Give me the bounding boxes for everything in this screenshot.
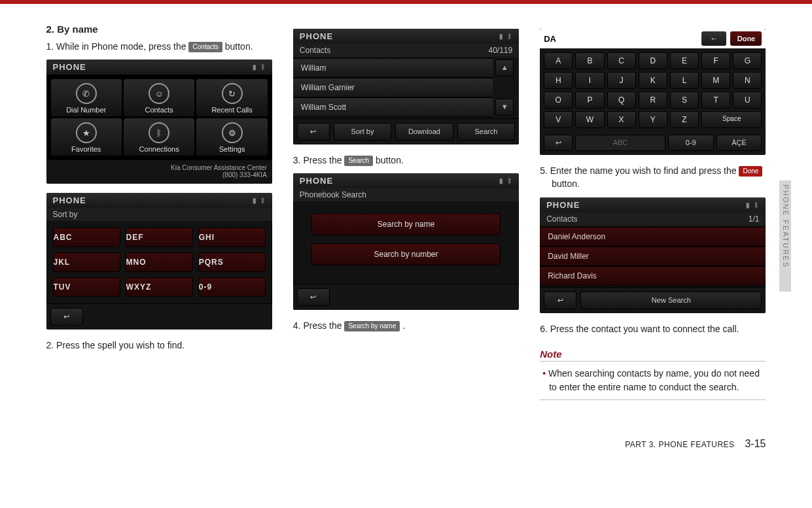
bt-icon: ᛒ xyxy=(508,33,512,40)
back-button[interactable]: ↩ xyxy=(297,123,330,141)
key-y[interactable]: Y xyxy=(639,111,667,128)
key-e[interactable]: E xyxy=(670,52,699,69)
back-button[interactable]: ↩ xyxy=(50,308,83,326)
contact-row[interactable]: William Scott xyxy=(293,97,493,117)
done-pill: Done xyxy=(739,166,762,177)
key-ghi[interactable]: GHI xyxy=(198,228,266,247)
key-b[interactable]: B xyxy=(575,52,604,69)
key-z[interactable]: Z xyxy=(670,111,699,128)
key-t[interactable]: T xyxy=(701,92,730,109)
step-5: 5. Enter the name you wish to find and p… xyxy=(540,164,766,191)
key-j[interactable]: J xyxy=(607,72,636,89)
page-footer: PART 3. PHONE FEATURES 3-15 xyxy=(46,438,766,450)
key-u[interactable]: U xyxy=(733,92,762,109)
key-abc[interactable]: ABC xyxy=(53,228,120,247)
phone-title: PHONE xyxy=(300,31,333,41)
footer-page-number: 3-15 xyxy=(745,438,766,449)
pb-search-subtitle: Phonebook Search xyxy=(300,190,366,199)
contact-row[interactable]: William Garnier xyxy=(293,78,493,97)
key-a[interactable]: A xyxy=(544,52,573,69)
key-d[interactable]: D xyxy=(639,52,667,69)
phone-title: PHONE xyxy=(53,62,86,72)
key-n[interactable]: N xyxy=(733,72,762,89)
search-by-name-button[interactable]: Search by name xyxy=(311,213,501,235)
menu-label: Dial Number xyxy=(66,106,106,114)
download-button[interactable]: Download xyxy=(395,123,453,141)
phone-title: PHONE xyxy=(546,200,580,210)
bt-icon: ᛒ xyxy=(508,177,512,184)
key-l[interactable]: L xyxy=(670,72,699,89)
key-f[interactable]: F xyxy=(701,52,730,69)
search-input-value[interactable]: DA xyxy=(544,34,697,44)
key-tuv[interactable]: TUV xyxy=(53,277,120,297)
result-row[interactable]: David Miller xyxy=(540,246,766,266)
result-row[interactable]: Daniel Anderson xyxy=(540,227,766,246)
back-button[interactable]: ↩ xyxy=(297,288,330,306)
key-wxyz[interactable]: WXYZ xyxy=(126,277,193,297)
back-button[interactable]: ↩ xyxy=(544,292,576,309)
sortby-button[interactable]: Sort by xyxy=(334,123,391,141)
bt-icon: ᛒ xyxy=(261,197,266,204)
key-o[interactable]: O xyxy=(544,92,573,109)
step-3-text-b: button. xyxy=(376,155,404,165)
mode-abc-button[interactable]: ABC xyxy=(575,135,665,151)
mode-0-9-button[interactable]: 0-9 xyxy=(668,135,714,151)
back-button[interactable]: ↩ xyxy=(544,135,573,151)
key-m[interactable]: M xyxy=(701,72,730,89)
contact-row[interactable]: William xyxy=(293,58,493,78)
sortby-subtitle: Sort by xyxy=(53,210,78,219)
key-h[interactable]: H xyxy=(544,72,573,89)
key-jkl[interactable]: JKL xyxy=(53,252,120,272)
key-g[interactable]: G xyxy=(733,52,762,69)
phone-icon: ✆ xyxy=(76,83,97,104)
status-icons: ▮ ᛒ xyxy=(253,197,266,204)
scroll-down-button[interactable]: ▼ xyxy=(495,99,514,116)
section-heading: 2. By name xyxy=(46,24,272,35)
step-3: 3. Press the Search button. xyxy=(293,154,519,167)
step-4-text-a: 4. Press the xyxy=(293,320,345,331)
mode-accent-button[interactable]: ÀÇÈ xyxy=(716,135,762,151)
key-x[interactable]: X xyxy=(607,111,636,128)
step-4-text-b: . xyxy=(402,320,405,331)
menu-recent-calls[interactable]: ↻Recent Calls xyxy=(196,78,268,117)
key-k[interactable]: K xyxy=(639,72,667,89)
done-button[interactable]: Done xyxy=(730,31,762,46)
results-subtitle: Contacts xyxy=(546,214,577,224)
bt-icon: ᛒ xyxy=(261,63,266,71)
key-w[interactable]: W xyxy=(575,111,604,128)
scroll-up-button[interactable]: ▲ xyxy=(495,59,514,76)
key-pqrs[interactable]: PQRS xyxy=(198,252,266,272)
signal-icon: ▮ xyxy=(746,201,750,209)
key-def[interactable]: DEF xyxy=(126,228,193,247)
key-i[interactable]: I xyxy=(575,72,604,89)
search-by-number-button[interactable]: Search by number xyxy=(311,243,501,265)
menu-settings[interactable]: ⚙Settings xyxy=(196,118,268,156)
key-mno[interactable]: MNO xyxy=(126,252,193,272)
contacts-pill: Contacts xyxy=(188,42,222,52)
key-c[interactable]: C xyxy=(607,52,636,69)
menu-contacts[interactable]: ☺Contacts xyxy=(123,78,195,117)
column-2: PHONE ▮ ᛒ Contacts 40/119 William Willia… xyxy=(293,24,519,405)
search-button[interactable]: Search xyxy=(457,123,515,141)
result-row[interactable]: Richard Davis xyxy=(540,266,766,286)
assist-line-2: (800) 333-4KIA xyxy=(52,171,267,178)
key-q[interactable]: Q xyxy=(607,92,636,109)
menu-label: Connections xyxy=(139,145,179,153)
key-r[interactable]: R xyxy=(639,92,667,109)
key-s[interactable]: S xyxy=(670,92,699,109)
bluetooth-icon: ᛒ xyxy=(149,122,169,143)
key-v[interactable]: V xyxy=(544,111,573,128)
person-icon: ☺ xyxy=(149,83,169,104)
menu-favorites[interactable]: ★Favorites xyxy=(50,118,122,156)
step-1: 1. While in Phone mode, press the Contac… xyxy=(46,40,272,53)
key-p[interactable]: P xyxy=(575,92,604,109)
key-0-9[interactable]: 0-9 xyxy=(198,277,266,297)
menu-connections[interactable]: ᛒConnections xyxy=(123,118,195,156)
assist-line-1: Kia Consumer Assistance Center xyxy=(52,164,267,171)
contacts-subtitle: Contacts xyxy=(300,46,330,55)
backspace-button[interactable]: ← xyxy=(701,31,726,46)
new-search-button[interactable]: New Search xyxy=(580,292,762,309)
key-space[interactable]: Space xyxy=(701,111,762,128)
menu-dial-number[interactable]: ✆Dial Number xyxy=(50,78,122,117)
step-5-text-a: 5. Enter the name you wish to find and p… xyxy=(540,165,739,176)
